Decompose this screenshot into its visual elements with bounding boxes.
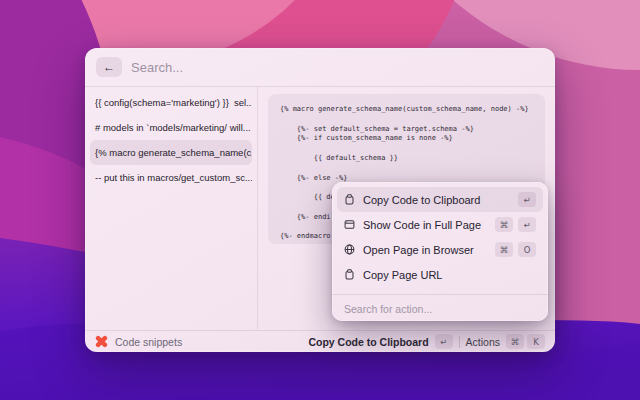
action-menu-item-label: Copy Code to Clipboard: [363, 194, 510, 206]
action-menu-item[interactable]: Open Page in Browser⌘O: [337, 237, 543, 262]
key-badge: ↵: [518, 192, 536, 207]
primary-action-button[interactable]: Copy Code to Clipboard: [308, 336, 428, 348]
search-input[interactable]: Search...: [131, 60, 183, 75]
footer-bar: Code snippets Copy Code to Clipboard ↵ A…: [85, 330, 555, 352]
popup-divider: [332, 294, 548, 295]
clipboard-icon: [344, 269, 355, 280]
snippet-list-item[interactable]: # models in `models/marketing/ will...: [90, 115, 252, 140]
key-badge: ⌘: [495, 217, 513, 232]
launcher-window: ← Search... {{ config(schema='marketing'…: [85, 48, 555, 352]
key-badge: ⌘: [506, 334, 524, 349]
actions-menu-list: Copy Code to Clipboard↵Show Code in Full…: [332, 182, 548, 292]
actions-popup: Copy Code to Clipboard↵Show Code in Full…: [332, 182, 548, 321]
footer-divider: [459, 336, 460, 348]
action-menu-item[interactable]: Copy Code to Clipboard↵: [337, 187, 543, 212]
action-menu-item[interactable]: Show Code in Full Page⌘↵: [337, 212, 543, 237]
action-menu-item-label: Show Code in Full Page: [363, 219, 487, 231]
actions-button[interactable]: Actions: [466, 336, 500, 348]
snippet-list-item[interactable]: {{ config(schema='marketing') }} sel...: [90, 90, 252, 115]
action-search-input[interactable]: Search for action...: [332, 297, 548, 321]
action-menu-item-label: Copy Page URL: [363, 269, 536, 281]
window-icon: [344, 219, 355, 230]
key-badge: K: [527, 334, 545, 349]
app-label: Code snippets: [115, 336, 182, 348]
globe-icon: [344, 244, 355, 255]
snippet-list-item[interactable]: -- put this in macros/get_custom_sc...: [90, 165, 252, 190]
code-snippets-logo-icon: [95, 335, 108, 348]
clipboard-icon: [344, 194, 355, 205]
snippet-list-item[interactable]: {% macro generate_schema_name(c...: [90, 140, 252, 165]
key-badge: ↵: [518, 217, 536, 232]
action-menu-item[interactable]: Copy Page URL: [337, 262, 543, 287]
enter-key-badge: ↵: [435, 334, 453, 349]
snippet-list: {{ config(schema='marketing') }} sel...#…: [85, 87, 258, 329]
key-badge: O: [518, 242, 536, 257]
arrow-left-icon: ←: [103, 60, 115, 74]
search-bar: ← Search...: [85, 48, 555, 86]
key-badge: ⌘: [495, 242, 513, 257]
actions-shortcut-keys: ⌘K: [506, 334, 545, 349]
action-menu-item-label: Open Page in Browser: [363, 244, 487, 256]
footer-actions: Copy Code to Clipboard ↵ Actions ⌘K: [308, 334, 545, 349]
back-button[interactable]: ←: [96, 57, 122, 77]
